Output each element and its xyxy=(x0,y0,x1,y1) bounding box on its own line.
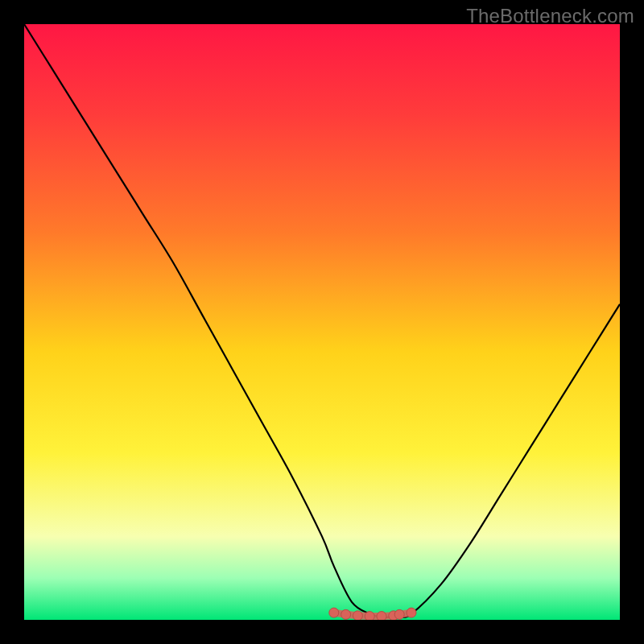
chart-frame: TheBottleneck.com xyxy=(0,0,644,644)
valley-marker-dot xyxy=(365,612,374,620)
valley-marker-dot xyxy=(394,609,404,619)
valley-marker-dot xyxy=(329,608,339,617)
valley-marker-dot xyxy=(377,612,386,620)
plot-area xyxy=(24,24,620,620)
chart-svg xyxy=(24,24,620,620)
gradient-background xyxy=(24,24,620,620)
valley-marker-dot xyxy=(407,608,416,617)
valley-marker-dot xyxy=(341,609,351,619)
valley-marker-dot xyxy=(353,611,362,620)
